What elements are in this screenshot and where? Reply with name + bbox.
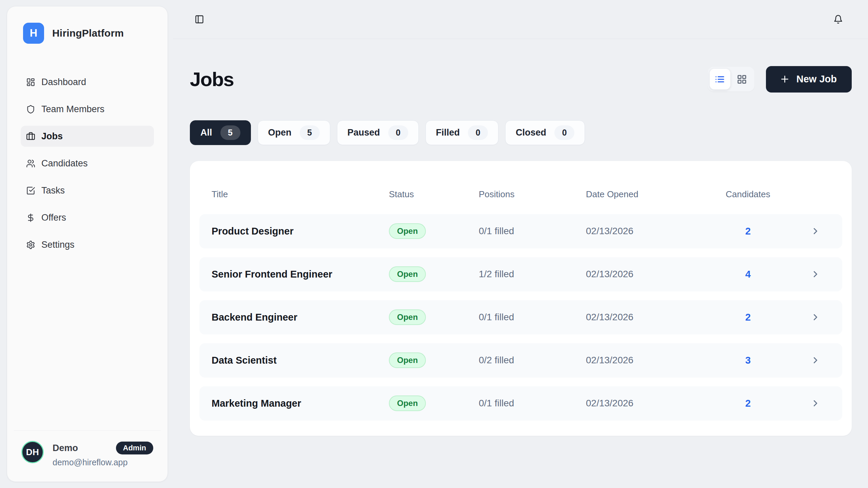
date-opened-cell: 02/13/2026 — [586, 398, 707, 409]
status-badge: Open — [389, 266, 426, 282]
candidates-count[interactable]: 2 — [707, 312, 789, 323]
user-profile: DH Demo Admin demo@hireflow.app — [14, 430, 161, 467]
filter-count-badge: 5 — [300, 125, 320, 140]
column-header-candidates: Candidates — [707, 189, 789, 200]
candidates-count[interactable]: 3 — [707, 355, 789, 366]
filter-count-badge: 0 — [388, 125, 408, 140]
sidebar-item-label: Settings — [41, 240, 75, 250]
table-row[interactable]: Backend Engineer Open 0/1 filled 02/13/2… — [199, 300, 842, 334]
date-opened-cell: 02/13/2026 — [586, 312, 707, 323]
user-info: Demo Admin demo@hireflow.app — [53, 441, 153, 467]
sidebar-item-label: Dashboard — [41, 77, 86, 87]
table-row[interactable]: Product Designer Open 0/1 filled 02/13/2… — [199, 214, 842, 248]
filter-count-badge: 0 — [468, 125, 488, 140]
table-row[interactable]: Data Scientist Open 0/2 filled 02/13/202… — [199, 343, 842, 378]
job-title: Senior Frontend Engineer — [212, 269, 389, 280]
tasks-icon — [26, 186, 35, 195]
list-icon — [715, 74, 725, 84]
sidebar: H HiringPlatform Dashboard Team Members … — [7, 6, 168, 482]
sidebar-item-label: Offers — [41, 212, 66, 223]
briefcase-icon — [26, 132, 35, 141]
user-email: demo@hireflow.app — [53, 458, 153, 467]
row-open-button[interactable] — [810, 226, 830, 236]
candidates-count[interactable]: 2 — [707, 398, 789, 409]
sidebar-item-settings[interactable]: Settings — [21, 234, 154, 255]
column-header-status: Status — [389, 189, 479, 200]
chevron-right-icon — [810, 269, 821, 279]
chevron-right-icon — [810, 398, 821, 408]
chevron-right-icon — [810, 312, 821, 322]
job-title: Backend Engineer — [212, 312, 389, 323]
row-open-button[interactable] — [810, 398, 830, 408]
job-title: Marketing Manager — [212, 398, 389, 409]
status-badge: Open — [389, 395, 426, 411]
job-title: Product Designer — [212, 226, 389, 237]
sidebar-item-team-members[interactable]: Team Members — [21, 99, 154, 120]
user-name: Demo — [53, 443, 78, 453]
row-open-button[interactable] — [810, 355, 830, 365]
table-row[interactable]: Marketing Manager Open 0/1 filled 02/13/… — [199, 386, 842, 421]
main-area: Jobs New Job All 5 — [173, 0, 868, 488]
filter-label: All — [200, 127, 212, 138]
filter-label: Paused — [348, 127, 380, 138]
list-view-button[interactable] — [710, 69, 730, 89]
status-filter-tabs: All 5 Open 5 Paused 0 Filled 0 Closed 0 — [190, 120, 852, 145]
new-job-button[interactable]: New Job — [766, 66, 852, 93]
date-opened-cell: 02/13/2026 — [586, 269, 707, 280]
shield-icon — [26, 105, 35, 114]
sidebar-item-label: Tasks — [41, 185, 65, 196]
grid-icon — [737, 74, 747, 84]
app-logo-icon: H — [23, 23, 44, 44]
topbar — [173, 0, 868, 39]
page-actions: New Job — [708, 66, 852, 93]
role-badge: Admin — [116, 442, 153, 454]
filter-label: Open — [268, 127, 292, 138]
row-open-button[interactable] — [810, 269, 830, 279]
candidates-count[interactable]: 2 — [707, 226, 789, 237]
status-badge: Open — [389, 309, 426, 325]
column-header-date-opened: Date Opened — [586, 189, 707, 200]
jobs-page: Jobs New Job All 5 — [173, 39, 868, 436]
sidebar-item-offers[interactable]: Offers — [21, 207, 154, 228]
filter-tab-filled[interactable]: Filled 0 — [426, 120, 499, 145]
job-title: Data Scientist — [212, 355, 389, 366]
filter-count-badge: 0 — [554, 125, 574, 140]
filter-tab-all[interactable]: All 5 — [190, 120, 251, 145]
sidebar-toggle-button[interactable] — [195, 15, 204, 24]
table-row[interactable]: Senior Frontend Engineer Open 1/2 filled… — [199, 257, 842, 291]
table-header: Title Status Positions Date Opened Candi… — [199, 175, 842, 214]
filter-tab-closed[interactable]: Closed 0 — [505, 120, 585, 145]
sidebar-nav: Dashboard Team Members Jobs Candidates T… — [14, 72, 161, 255]
sidebar-item-label: Team Members — [41, 104, 104, 115]
sidebar-item-tasks[interactable]: Tasks — [21, 180, 154, 201]
chevron-right-icon — [810, 226, 821, 236]
settings-icon — [26, 240, 35, 249]
positions-cell: 0/1 filled — [479, 226, 586, 237]
filter-label: Filled — [436, 127, 460, 138]
positions-cell: 0/1 filled — [479, 398, 586, 409]
column-header-positions: Positions — [479, 189, 586, 200]
dollar-icon — [26, 213, 35, 222]
grid-view-button[interactable] — [732, 69, 752, 89]
candidates-count[interactable]: 4 — [707, 269, 789, 280]
bell-icon — [833, 15, 843, 24]
sidebar-item-candidates[interactable]: Candidates — [21, 153, 154, 174]
notifications-button[interactable] — [833, 15, 843, 24]
page-title: Jobs — [190, 68, 234, 90]
date-opened-cell: 02/13/2026 — [586, 355, 707, 366]
status-badge: Open — [389, 223, 426, 239]
positions-cell: 0/1 filled — [479, 312, 586, 323]
chevron-right-icon — [810, 355, 821, 365]
positions-cell: 0/2 filled — [479, 355, 586, 366]
filter-tab-paused[interactable]: Paused 0 — [337, 120, 419, 145]
filter-tab-open[interactable]: Open 5 — [258, 120, 330, 145]
new-job-label: New Job — [796, 74, 837, 85]
sidebar-item-jobs[interactable]: Jobs — [21, 126, 154, 147]
plus-icon — [780, 74, 790, 84]
sidebar-item-dashboard[interactable]: Dashboard — [21, 72, 154, 93]
row-open-button[interactable] — [810, 312, 830, 322]
dashboard-icon — [26, 78, 35, 87]
app-logo: H HiringPlatform — [14, 23, 161, 44]
status-badge: Open — [389, 352, 426, 368]
filter-count-badge: 5 — [220, 125, 240, 140]
